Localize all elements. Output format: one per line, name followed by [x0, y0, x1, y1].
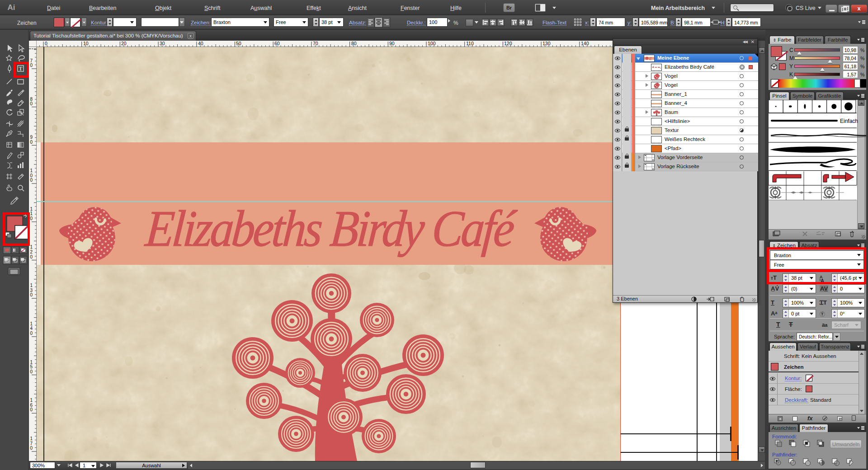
svg-text:0: 0 [30, 178, 33, 183]
svg-text:0: 0 [30, 254, 33, 259]
svg-text:0: 0 [30, 140, 33, 145]
svg-text:130: 130 [542, 41, 551, 46]
svg-text:1: 1 [30, 436, 33, 441]
svg-text:140: 140 [581, 41, 589, 46]
svg-text:0: 0 [30, 369, 33, 374]
svg-text:60: 60 [274, 41, 280, 46]
svg-text:0: 0 [30, 101, 33, 106]
svg-text:50: 50 [236, 41, 241, 46]
svg-text:1: 1 [30, 211, 33, 216]
svg-text:1: 1 [30, 244, 33, 249]
svg-text:1: 1 [30, 283, 33, 288]
svg-text:10: 10 [83, 41, 89, 46]
svg-text:90: 90 [389, 41, 395, 46]
svg-text:70: 70 [313, 41, 318, 46]
svg-text:100: 100 [428, 41, 436, 46]
svg-text:2: 2 [30, 249, 33, 254]
svg-text:0: 0 [45, 41, 47, 46]
svg-text:80: 80 [351, 41, 357, 46]
svg-text:0: 0 [30, 446, 33, 451]
svg-text:0: 0 [30, 63, 33, 68]
svg-text:0: 0 [30, 407, 33, 412]
svg-text:20: 20 [121, 41, 127, 46]
svg-text:9: 9 [30, 135, 33, 140]
svg-text:5: 5 [30, 364, 33, 369]
svg-text:0: 0 [30, 331, 33, 336]
svg-text:4: 4 [30, 326, 33, 331]
svg-text:1: 1 [30, 168, 33, 173]
svg-text:0: 0 [30, 292, 33, 297]
svg-text:E: E [649, 56, 652, 61]
svg-text:0: 0 [30, 216, 33, 221]
svg-text:30: 30 [160, 41, 165, 46]
svg-text:120: 120 [504, 41, 512, 46]
svg-text:40: 40 [198, 41, 203, 46]
svg-text:1: 1 [30, 398, 33, 403]
svg-text:110: 110 [466, 41, 474, 46]
svg-text:Einfach: Einfach [840, 118, 858, 124]
